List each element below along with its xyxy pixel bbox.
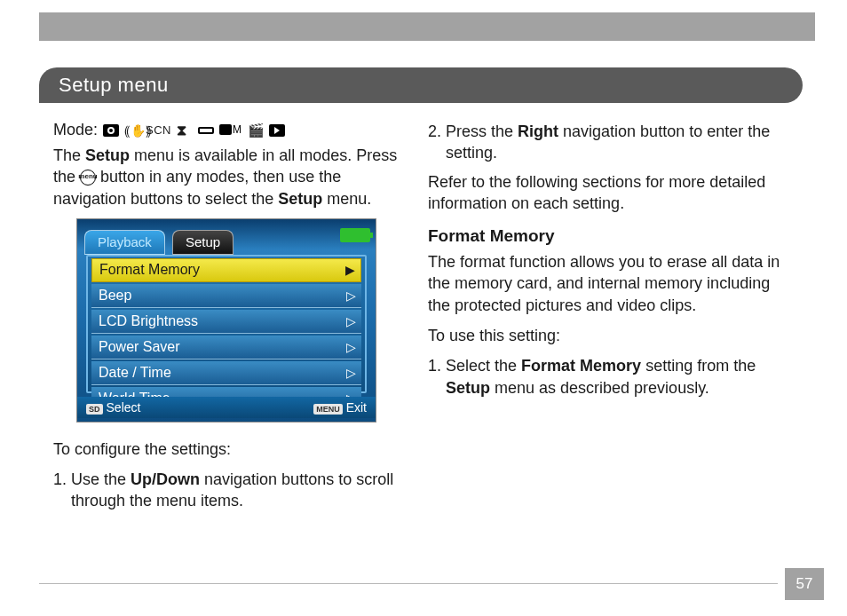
refer-paragraph: Refer to the following sections for more… [428,171,792,215]
anti-shake-icon: ⸨✋⸩ [124,124,140,137]
chevron-right-icon: ▷ [346,366,356,380]
configure-label: To configure the settings: [53,438,403,460]
header-gray-bar [39,12,815,41]
lcd-footer-select: SDSelect [86,400,140,415]
camera-icon [103,124,119,137]
chevron-right-icon: ▶ [345,263,355,277]
chevron-right-icon: ▷ [346,340,356,354]
lcd-footer-exit: MENUExit [313,400,367,415]
tab-setup[interactable]: Setup [172,230,234,255]
menu-button-icon: menu [80,170,96,186]
menu-item-beep[interactable]: Beep▷ [91,284,361,308]
format-memory-description: The format function allows you to erase … [428,251,792,316]
chevron-right-icon: ▷ [346,288,356,303]
menu-item-date-time[interactable]: Date / Time▷ [91,361,361,385]
intro-paragraph: The Setup menu is available in all modes… [53,145,403,209]
right-step-2: 2. Press the Right navigation button to … [428,121,792,164]
menu-item-lcd-brightness[interactable]: LCD Brightness▷ [91,310,361,334]
menu-item-format-memory[interactable]: Format Memory▶ [91,258,361,282]
footer-rule [39,583,778,584]
section-title-bar: Setup menu [39,67,803,103]
left-column: Mode: ⸨✋⸩ SCN ⧗ 🎬 The Setup menu is avai… [53,121,403,519]
mode-line: Mode: ⸨✋⸩ SCN ⧗ 🎬 [53,121,403,139]
heading-format-memory: Format Memory [428,226,792,246]
mode-label: Mode: [53,121,98,139]
tab-playback[interactable]: Playback [84,230,165,255]
no-flash-icon: ⧗ [177,124,193,137]
menu-item-power-saver[interactable]: Power Saver▷ [91,336,361,359]
camera-m-icon [219,124,242,137]
section-title: Setup menu [59,74,169,97]
format-memory-step-1: 1. Select the Format Memory setting from… [428,355,792,399]
left-step-1: 1. Use the Up/Down navigation buttons to… [53,469,403,512]
sd-badge-icon: SD [86,404,103,415]
to-use-label: To use this setting: [428,325,792,346]
lcd-tabs: Playback Setup [77,225,376,255]
movie-icon: 🎬 [248,124,264,137]
panorama-icon [198,124,214,137]
menu-badge-icon: MENU [313,404,343,415]
right-column: 2. Press the Right navigation button to … [428,121,792,406]
chevron-right-icon: ▷ [346,314,356,328]
lcd-footer: SDSelect MENUExit [77,397,376,418]
page-number: 57 [785,568,824,600]
battery-icon [340,228,370,242]
lcd-menu-panel: Format Memory▶ Beep▷ LCD Brightness▷ Pow… [86,255,367,393]
playback-icon [269,124,285,137]
lcd-screenshot: Playback Setup Format Memory▶ Beep▷ LCD … [76,218,376,423]
